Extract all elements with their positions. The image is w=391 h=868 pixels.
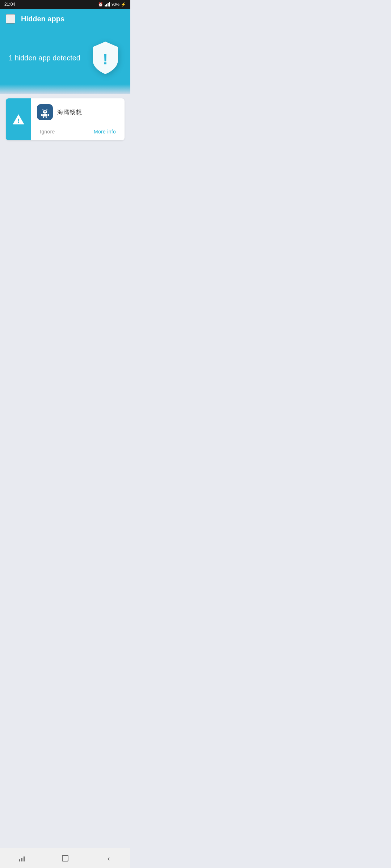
page-header: ← Hidden apps bbox=[0, 9, 130, 29]
page-title: Hidden apps bbox=[21, 15, 64, 23]
svg-rect-17 bbox=[46, 116, 47, 118]
hero-section: 1 hidden app detected ! bbox=[0, 29, 130, 94]
content-area: ! bbox=[0, 94, 130, 311]
svg-rect-16 bbox=[43, 116, 44, 118]
svg-point-13 bbox=[44, 111, 45, 112]
svg-rect-19 bbox=[48, 114, 49, 116]
back-button[interactable]: ← bbox=[6, 14, 15, 24]
svg-rect-18 bbox=[41, 114, 42, 116]
card-content: 海湾畅想 Ignore More info bbox=[31, 98, 125, 140]
warning-triangle-icon: ! bbox=[12, 113, 25, 126]
svg-point-14 bbox=[45, 111, 46, 112]
alarm-icon: ⏰ bbox=[98, 2, 103, 7]
ignore-button[interactable]: Ignore bbox=[37, 127, 58, 136]
svg-text:!: ! bbox=[17, 118, 19, 124]
signal-icon bbox=[105, 2, 110, 7]
more-info-button[interactable]: More info bbox=[91, 127, 119, 136]
battery-charging-icon: ⚡ bbox=[121, 2, 126, 7]
svg-rect-15 bbox=[42, 114, 47, 116]
status-icons: ⏰ 93% ⚡ bbox=[98, 2, 126, 7]
card-warning-stripe: ! bbox=[6, 98, 31, 140]
app-icon bbox=[37, 104, 53, 120]
hidden-app-card: ! bbox=[6, 98, 125, 140]
svg-text:!: ! bbox=[103, 51, 108, 68]
detected-count-text: 1 hidden app detected bbox=[9, 53, 80, 63]
app-name: 海湾畅想 bbox=[57, 108, 82, 116]
svg-rect-12 bbox=[43, 110, 47, 114]
card-actions: Ignore More info bbox=[37, 127, 119, 136]
battery-display: 93% bbox=[112, 2, 119, 7]
app-info-row: 海湾畅想 bbox=[37, 104, 119, 120]
status-bar: 21:04 ⏰ 93% ⚡ bbox=[0, 0, 130, 9]
shield-warning-icon: ! bbox=[89, 40, 122, 76]
time-display: 21:04 bbox=[4, 2, 15, 7]
